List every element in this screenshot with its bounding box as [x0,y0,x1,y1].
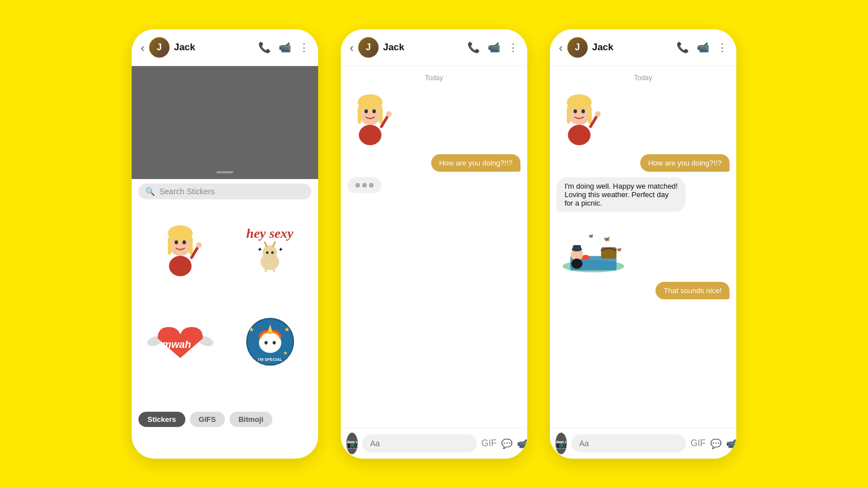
sent-bubble-3b: That sounds nice! [656,282,730,299]
camera-area [132,66,318,179]
sent-bubble-3a: How are you doing?!!? [640,154,730,172]
sticker-hey-sexy[interactable]: hey sexy ✦ ✦ [226,204,314,294]
svg-text:🦋: 🦋 [588,233,594,238]
svg-point-43 [372,110,376,114]
dot-2 [362,183,367,188]
svg-line-11 [264,242,267,246]
back-button-2[interactable]: ‹ [350,41,354,54]
svg-point-37 [359,125,381,145]
phone3-chat-area: Today How are you doing?!!? I'm doing we… [550,66,736,428]
sent-bubble-2: How are you doing?!!? [431,154,520,172]
svg-point-45 [386,111,392,117]
picnic-sticker-3: 🦋 🦋 🦋 [557,217,630,276]
gif-icon-2[interactable]: GIF [481,435,497,452]
phone-1: ‹ J Jack 📞 📹 ⋮ 🔍 Search Stickers [132,29,318,459]
received-bubble-3: I'm doing well. Happy we matched! Loving… [557,177,685,212]
svg-point-14 [271,251,274,254]
more-icon-2[interactable]: ⋮ [508,41,518,54]
svg-point-6 [183,241,186,245]
more-options-icon[interactable]: ⋮ [299,41,309,54]
svg-point-26 [272,341,275,345]
phone2-header: ‹ J Jack 📞 📹 ⋮ [341,29,527,66]
message-input-3[interactable] [571,434,686,452]
svg-text:✦: ✦ [257,247,262,252]
svg-rect-40 [358,107,361,124]
phone-3: ‹ J Jack 📞 📹 ⋮ Today [550,29,736,459]
camera-button-3[interactable]: 📷 [555,433,567,454]
video-call-icon[interactable]: 📹 [279,41,291,54]
svg-point-48 [567,94,592,110]
svg-point-10 [263,245,277,260]
sticker-sup[interactable]: SUP 😊 [226,389,314,407]
sticker-hello[interactable]: hello ★ [136,389,224,407]
svg-rect-41 [379,107,383,124]
svg-text:★: ★ [283,350,287,356]
sticker-unicorn[interactable]: ★ ★ ★ I'M SPECIAL [226,297,314,387]
sticker-grid: hey sexy ✦ ✦ [132,204,318,407]
svg-point-63 [571,259,583,269]
phone3-toolbar: 📷 GIF 💬 📹 🎤 [550,428,736,459]
tab-gifs[interactable]: GIFS [190,412,225,427]
svg-text:✦: ✦ [278,247,283,252]
contact-name-2: Jack [383,42,463,53]
search-icon: 🔍 [145,187,155,196]
svg-point-5 [175,241,178,245]
svg-line-12 [273,242,275,246]
svg-rect-50 [588,107,592,124]
phone1-header: ‹ J Jack 📞 📹 ⋮ [132,29,318,66]
phone-icon-3[interactable]: 📞 [676,41,689,54]
svg-text:I'M SPECIAL: I'M SPECIAL [258,357,282,362]
video-icon-2[interactable]: 📹 [488,41,500,54]
header-icons-2: 📞 📹 ⋮ [467,41,518,54]
message-input-2[interactable] [362,434,477,452]
sticker-mwah[interactable]: mwah [136,297,224,387]
tab-bitmoji[interactable]: Bitmoji [229,412,272,427]
sticker-tabs: Stickers GIFS Bitmoji [132,407,318,432]
camera-button-2[interactable]: 📷 [346,433,358,454]
svg-point-13 [266,251,269,254]
svg-text:🦋: 🦋 [617,247,622,252]
phone3-header: ‹ J Jack 📞 📹 ⋮ [550,29,736,66]
svg-text:🦋: 🦋 [604,236,610,242]
svg-rect-62 [573,245,581,250]
header-icons: 📞 📹 ⋮ [258,41,309,54]
camera-handle [216,171,233,173]
svg-text:★: ★ [249,326,254,333]
svg-rect-3 [168,238,171,255]
svg-point-54 [595,111,601,117]
back-button[interactable]: ‹ [141,41,145,54]
date-label-3: Today [557,74,730,82]
hey-sexy-text: hey sexy [246,226,293,241]
svg-point-46 [568,125,591,145]
dot-3 [369,183,374,188]
phone-call-icon[interactable]: 📞 [258,41,271,54]
svg-point-39 [358,94,383,110]
phone2-chat-area: Today How are you doing?!!? [341,66,527,428]
received-bitmoji-sticker-2 [348,90,393,149]
svg-text:★: ★ [284,326,290,333]
svg-point-51 [574,110,577,114]
received-bitmoji-sticker-3 [557,90,602,149]
camera-icon-3[interactable]: 📹 [726,435,736,452]
date-label-2: Today [348,74,520,82]
back-button-3[interactable]: ‹ [559,41,563,54]
video-icon-3[interactable]: 📹 [697,41,709,54]
camera-icon-2[interactable]: 📹 [517,435,527,452]
sticker-bitmoji-girl[interactable] [136,204,224,294]
more-icon-3[interactable]: ⋮ [717,41,727,54]
svg-point-25 [264,341,267,345]
sticker-icon-2[interactable]: 💬 [501,435,513,452]
avatar-3: J [567,37,588,58]
tab-stickers[interactable]: Stickers [138,412,185,427]
svg-point-0 [169,256,192,276]
typing-indicator [348,177,381,193]
svg-rect-4 [189,238,193,255]
sticker-search-bar[interactable]: 🔍 Search Stickers [138,184,311,199]
contact-name-3: Jack [592,42,672,53]
gif-icon-3[interactable]: GIF [691,435,706,452]
search-placeholder: Search Stickers [159,187,215,196]
phone-icon-2[interactable]: 📞 [467,41,480,54]
svg-point-2 [168,225,193,241]
avatar: J [149,37,170,58]
sticker-icon-3[interactable]: 💬 [710,435,722,452]
